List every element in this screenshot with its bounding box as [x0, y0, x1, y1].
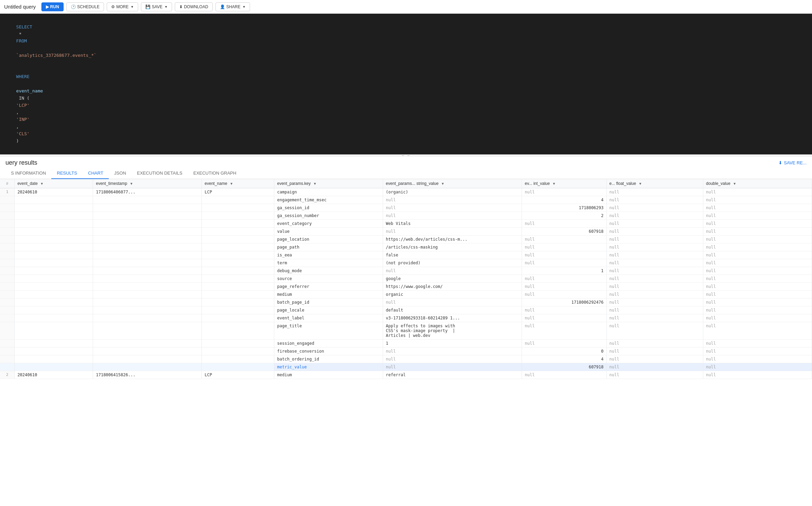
table-row: page_path/articles/css-maskingnullnullnu… [0, 243, 812, 251]
cell-event-name: LCP [202, 371, 274, 379]
row-number [0, 243, 14, 251]
sort-icon: ▼ [313, 182, 317, 186]
cell-float-value: null [606, 371, 703, 379]
schedule-button[interactable]: 🕐 SCHEDULE [66, 2, 104, 11]
cell-params-string-value: Web Vitals [383, 220, 522, 228]
page-title: Untitled query [4, 4, 36, 10]
tab-chart[interactable]: CHART [82, 168, 109, 179]
col-event-date[interactable]: event_date ▼ [14, 179, 93, 188]
cell-float-value: null [606, 251, 703, 259]
cell-double-value: null [703, 371, 812, 379]
row-number [0, 340, 14, 347]
share-button[interactable]: 👤 SHARE ▼ [215, 2, 250, 11]
cell-event-name [202, 306, 274, 314]
cell-event-date [14, 291, 93, 299]
row-number [0, 299, 14, 306]
table-row: event_categoryWeb Vitalsnullnullnull [0, 220, 812, 228]
row-number [0, 347, 14, 355]
tab-execution-details[interactable]: EXECUTION DETAILS [132, 168, 188, 179]
cell-event-timestamp [93, 340, 202, 347]
cell-float-value: null [606, 347, 703, 355]
table-body: 1202406101718006406077...LCPcampaign(org… [0, 188, 812, 379]
row-number [0, 275, 14, 283]
cell-event-timestamp [93, 306, 202, 314]
cell-float-value: null [606, 267, 703, 275]
cell-int-value: null [522, 251, 606, 259]
cell-event-timestamp [93, 347, 202, 355]
row-number [0, 355, 14, 363]
cell-params-string-value: google [383, 275, 522, 283]
cell-float-value: null [606, 220, 703, 228]
col-float-value[interactable]: e... float_value ▼ [606, 179, 703, 188]
save-results-button[interactable]: ⬇ SAVE RE... [778, 160, 807, 165]
table-row: sourcegooglenullnullnull [0, 275, 812, 283]
cell-event-date [14, 196, 93, 204]
cell-int-value: 2 [522, 212, 606, 220]
download-icon: ⬇ [179, 4, 183, 9]
cell-double-value: null [703, 236, 812, 243]
cell-event-name [202, 196, 274, 204]
col-params-key[interactable]: event_params.key ▼ [274, 179, 383, 188]
cell-event-date [14, 267, 93, 275]
cell-int-value: null [522, 371, 606, 379]
col-event-timestamp[interactable]: event_timestamp ▼ [93, 179, 202, 188]
col-params-string-value[interactable]: event_params... string_value ▼ [383, 179, 522, 188]
resize-dots: — — [402, 154, 410, 157]
cell-params-string-value: null [383, 267, 522, 275]
cell-params-key: page_path [274, 243, 383, 251]
col-resize[interactable] [810, 179, 812, 188]
col-int-value[interactable]: ev... int_value ▼ [522, 179, 606, 188]
cell-float-value: null [606, 275, 703, 283]
col-resize[interactable] [381, 179, 383, 188]
cell-float-value: null [606, 196, 703, 204]
cell-float-value: null [606, 188, 703, 196]
col-event-name[interactable]: event_name ▼ [202, 179, 274, 188]
cell-float-value: null [606, 243, 703, 251]
col-double-value[interactable]: double_value ▼ [703, 179, 812, 188]
tab-schema-information[interactable]: S INFORMATION [5, 168, 51, 179]
download-button[interactable]: ⬇ DOWNLOAD [175, 2, 213, 11]
cell-params-key: batch_ordering_id [274, 355, 383, 363]
cell-float-value: null [606, 291, 703, 299]
cell-event-name [202, 228, 274, 236]
table-row: mediumorganicnullnullnull [0, 291, 812, 299]
cell-event-date [14, 228, 93, 236]
sort-icon: ▼ [130, 182, 133, 186]
cell-params-string-value: null [383, 363, 522, 371]
more-button[interactable]: ⚙ MORE ▼ [107, 2, 138, 11]
col-resize[interactable] [520, 179, 522, 188]
row-number [0, 314, 14, 322]
cell-int-value: 607918 [522, 363, 606, 371]
results-table-container[interactable]: # event_date ▼ event_timestamp ▼ event_n… [0, 179, 812, 379]
cell-params-key: ga_session_number [274, 212, 383, 220]
cell-event-date [14, 220, 93, 228]
col-resize[interactable] [91, 179, 93, 188]
cell-params-key: page_referrer [274, 283, 383, 291]
cell-event-timestamp [93, 236, 202, 243]
col-resize[interactable] [702, 179, 703, 188]
sort-icon: ▼ [552, 182, 556, 186]
col-resize[interactable] [273, 179, 274, 188]
row-number [0, 196, 14, 204]
tab-results[interactable]: RESULTS [51, 168, 82, 179]
cell-params-string-value: false [383, 251, 522, 259]
col-resize[interactable] [200, 179, 201, 188]
sql-editor[interactable]: SELECT * FROM `analytics_337268677.event… [0, 14, 812, 154]
cell-float-value: null [606, 204, 703, 212]
save-button[interactable]: 💾 SAVE ▼ [141, 2, 172, 11]
col-resize[interactable] [605, 179, 606, 188]
sort-icon: ▼ [230, 182, 233, 186]
row-number [0, 204, 14, 212]
cell-params-key: event_label [274, 314, 383, 322]
cell-float-value: null [606, 299, 703, 306]
cell-event-name [202, 347, 274, 355]
cell-params-string-value: null [383, 299, 522, 306]
table-row: page_referrerhttps://www.google.com/null… [0, 283, 812, 291]
row-number: 1 [0, 188, 14, 196]
tab-json[interactable]: JSON [109, 168, 132, 179]
cell-double-value: null [703, 188, 812, 196]
cell-event-date [14, 283, 93, 291]
table-row: ga_session_idnull1718006293nullnull [0, 204, 812, 212]
tab-execution-graph[interactable]: EXECUTION GRAPH [188, 168, 242, 179]
run-button[interactable]: ▶ RUN [41, 2, 64, 11]
